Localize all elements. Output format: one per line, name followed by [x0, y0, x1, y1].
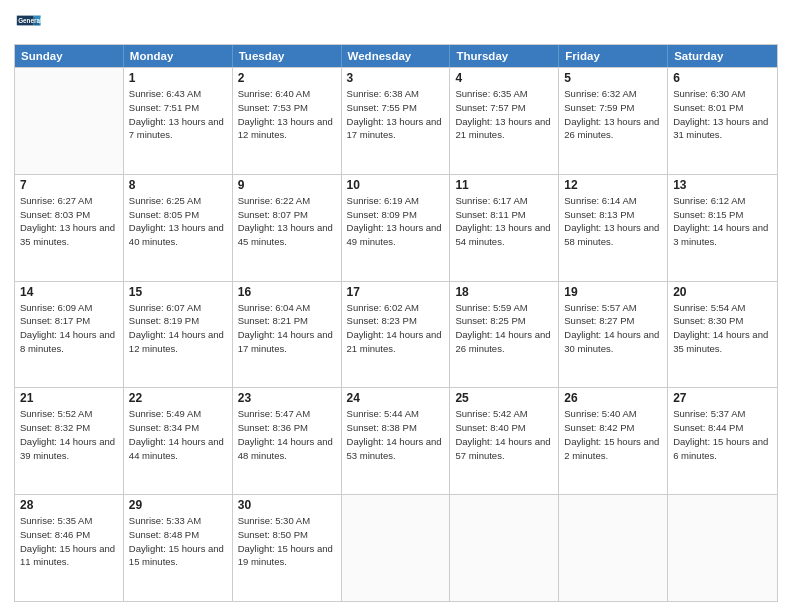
day-number: 12 [564, 178, 662, 192]
calendar-cell: 12Sunrise: 6:14 AMSunset: 8:13 PMDayligh… [559, 175, 668, 281]
calendar-cell: 10Sunrise: 6:19 AMSunset: 8:09 PMDayligh… [342, 175, 451, 281]
day-number: 21 [20, 391, 118, 405]
day-number: 18 [455, 285, 553, 299]
day-number: 28 [20, 498, 118, 512]
calendar-cell: 29Sunrise: 5:33 AMSunset: 8:48 PMDayligh… [124, 495, 233, 601]
calendar-cell: 8Sunrise: 6:25 AMSunset: 8:05 PMDaylight… [124, 175, 233, 281]
day-info: Sunrise: 6:38 AMSunset: 7:55 PMDaylight:… [347, 87, 445, 142]
calendar-cell: 15Sunrise: 6:07 AMSunset: 8:19 PMDayligh… [124, 282, 233, 388]
calendar-header-cell: Saturday [668, 45, 777, 67]
day-number: 10 [347, 178, 445, 192]
day-info: Sunrise: 6:09 AMSunset: 8:17 PMDaylight:… [20, 301, 118, 356]
calendar-cell: 16Sunrise: 6:04 AMSunset: 8:21 PMDayligh… [233, 282, 342, 388]
day-number: 1 [129, 71, 227, 85]
day-number: 13 [673, 178, 772, 192]
calendar-cell [450, 495, 559, 601]
day-number: 14 [20, 285, 118, 299]
calendar-header-cell: Tuesday [233, 45, 342, 67]
day-info: Sunrise: 5:52 AMSunset: 8:32 PMDaylight:… [20, 407, 118, 462]
day-number: 2 [238, 71, 336, 85]
calendar-cell: 14Sunrise: 6:09 AMSunset: 8:17 PMDayligh… [15, 282, 124, 388]
calendar-cell: 5Sunrise: 6:32 AMSunset: 7:59 PMDaylight… [559, 68, 668, 174]
header: General [14, 10, 778, 38]
day-number: 30 [238, 498, 336, 512]
day-info: Sunrise: 5:33 AMSunset: 8:48 PMDaylight:… [129, 514, 227, 569]
day-info: Sunrise: 5:35 AMSunset: 8:46 PMDaylight:… [20, 514, 118, 569]
day-number: 24 [347, 391, 445, 405]
calendar-cell: 26Sunrise: 5:40 AMSunset: 8:42 PMDayligh… [559, 388, 668, 494]
day-info: Sunrise: 6:17 AMSunset: 8:11 PMDaylight:… [455, 194, 553, 249]
calendar-cell: 24Sunrise: 5:44 AMSunset: 8:38 PMDayligh… [342, 388, 451, 494]
calendar-row: 21Sunrise: 5:52 AMSunset: 8:32 PMDayligh… [15, 387, 777, 494]
calendar-header-cell: Wednesday [342, 45, 451, 67]
calendar-cell: 22Sunrise: 5:49 AMSunset: 8:34 PMDayligh… [124, 388, 233, 494]
calendar-cell: 19Sunrise: 5:57 AMSunset: 8:27 PMDayligh… [559, 282, 668, 388]
day-number: 19 [564, 285, 662, 299]
logo: General [14, 10, 46, 38]
day-number: 5 [564, 71, 662, 85]
day-info: Sunrise: 5:54 AMSunset: 8:30 PMDaylight:… [673, 301, 772, 356]
calendar-row: 7Sunrise: 6:27 AMSunset: 8:03 PMDaylight… [15, 174, 777, 281]
day-info: Sunrise: 5:49 AMSunset: 8:34 PMDaylight:… [129, 407, 227, 462]
calendar-container: SundayMondayTuesdayWednesdayThursdayFrid… [14, 44, 778, 602]
calendar-header: SundayMondayTuesdayWednesdayThursdayFrid… [15, 45, 777, 67]
calendar-cell: 17Sunrise: 6:02 AMSunset: 8:23 PMDayligh… [342, 282, 451, 388]
day-number: 27 [673, 391, 772, 405]
calendar-row: 14Sunrise: 6:09 AMSunset: 8:17 PMDayligh… [15, 281, 777, 388]
day-info: Sunrise: 5:44 AMSunset: 8:38 PMDaylight:… [347, 407, 445, 462]
day-info: Sunrise: 5:42 AMSunset: 8:40 PMDaylight:… [455, 407, 553, 462]
svg-text:General: General [18, 17, 42, 24]
day-info: Sunrise: 6:43 AMSunset: 7:51 PMDaylight:… [129, 87, 227, 142]
logo-icon: General [14, 10, 42, 38]
calendar-cell: 1Sunrise: 6:43 AMSunset: 7:51 PMDaylight… [124, 68, 233, 174]
day-info: Sunrise: 6:40 AMSunset: 7:53 PMDaylight:… [238, 87, 336, 142]
day-number: 7 [20, 178, 118, 192]
day-number: 26 [564, 391, 662, 405]
day-info: Sunrise: 6:04 AMSunset: 8:21 PMDaylight:… [238, 301, 336, 356]
calendar-cell: 7Sunrise: 6:27 AMSunset: 8:03 PMDaylight… [15, 175, 124, 281]
day-number: 23 [238, 391, 336, 405]
calendar-cell: 23Sunrise: 5:47 AMSunset: 8:36 PMDayligh… [233, 388, 342, 494]
day-info: Sunrise: 5:57 AMSunset: 8:27 PMDaylight:… [564, 301, 662, 356]
day-info: Sunrise: 5:40 AMSunset: 8:42 PMDaylight:… [564, 407, 662, 462]
day-info: Sunrise: 5:59 AMSunset: 8:25 PMDaylight:… [455, 301, 553, 356]
day-number: 9 [238, 178, 336, 192]
calendar-cell: 4Sunrise: 6:35 AMSunset: 7:57 PMDaylight… [450, 68, 559, 174]
calendar-row: 28Sunrise: 5:35 AMSunset: 8:46 PMDayligh… [15, 494, 777, 601]
day-info: Sunrise: 5:37 AMSunset: 8:44 PMDaylight:… [673, 407, 772, 462]
day-info: Sunrise: 6:07 AMSunset: 8:19 PMDaylight:… [129, 301, 227, 356]
calendar-cell: 30Sunrise: 5:30 AMSunset: 8:50 PMDayligh… [233, 495, 342, 601]
calendar-cell [342, 495, 451, 601]
day-info: Sunrise: 6:22 AMSunset: 8:07 PMDaylight:… [238, 194, 336, 249]
day-info: Sunrise: 6:25 AMSunset: 8:05 PMDaylight:… [129, 194, 227, 249]
day-number: 3 [347, 71, 445, 85]
day-info: Sunrise: 6:02 AMSunset: 8:23 PMDaylight:… [347, 301, 445, 356]
calendar-cell [15, 68, 124, 174]
calendar-header-cell: Friday [559, 45, 668, 67]
day-number: 20 [673, 285, 772, 299]
day-number: 29 [129, 498, 227, 512]
day-number: 11 [455, 178, 553, 192]
calendar-cell: 25Sunrise: 5:42 AMSunset: 8:40 PMDayligh… [450, 388, 559, 494]
day-info: Sunrise: 6:12 AMSunset: 8:15 PMDaylight:… [673, 194, 772, 249]
day-info: Sunrise: 6:19 AMSunset: 8:09 PMDaylight:… [347, 194, 445, 249]
calendar-cell: 18Sunrise: 5:59 AMSunset: 8:25 PMDayligh… [450, 282, 559, 388]
day-info: Sunrise: 5:47 AMSunset: 8:36 PMDaylight:… [238, 407, 336, 462]
calendar-cell [668, 495, 777, 601]
day-number: 4 [455, 71, 553, 85]
day-number: 17 [347, 285, 445, 299]
calendar-cell: 28Sunrise: 5:35 AMSunset: 8:46 PMDayligh… [15, 495, 124, 601]
day-number: 15 [129, 285, 227, 299]
day-number: 8 [129, 178, 227, 192]
day-number: 16 [238, 285, 336, 299]
calendar-cell: 2Sunrise: 6:40 AMSunset: 7:53 PMDaylight… [233, 68, 342, 174]
calendar-header-cell: Sunday [15, 45, 124, 67]
day-info: Sunrise: 6:14 AMSunset: 8:13 PMDaylight:… [564, 194, 662, 249]
day-info: Sunrise: 6:27 AMSunset: 8:03 PMDaylight:… [20, 194, 118, 249]
day-number: 6 [673, 71, 772, 85]
calendar-cell: 6Sunrise: 6:30 AMSunset: 8:01 PMDaylight… [668, 68, 777, 174]
calendar-cell: 21Sunrise: 5:52 AMSunset: 8:32 PMDayligh… [15, 388, 124, 494]
day-number: 25 [455, 391, 553, 405]
day-number: 22 [129, 391, 227, 405]
day-info: Sunrise: 5:30 AMSunset: 8:50 PMDaylight:… [238, 514, 336, 569]
